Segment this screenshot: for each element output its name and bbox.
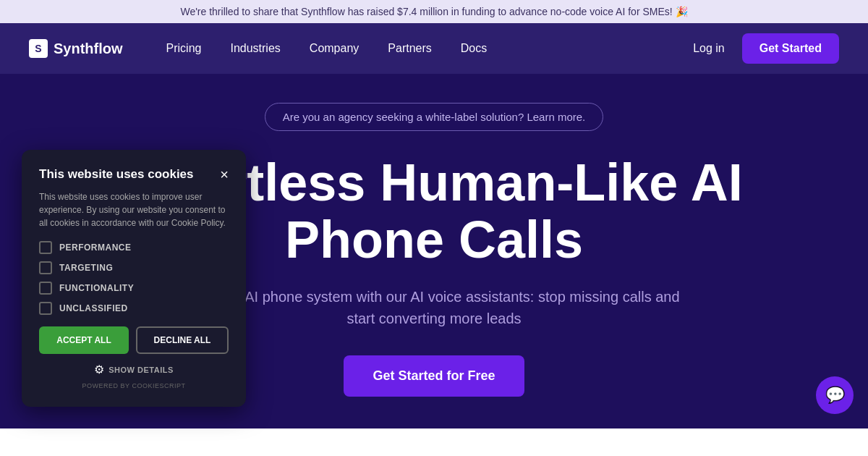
cookie-modal: This website uses cookies × This website… bbox=[22, 150, 246, 407]
logo[interactable]: S Synthflow bbox=[29, 39, 123, 58]
cookie-header: This website uses cookies × bbox=[39, 167, 229, 182]
cookie-options: PERFORMANCE TARGETING FUNCTIONALITY UNCL… bbox=[39, 241, 229, 315]
cookie-description: This website uses cookies to improve use… bbox=[39, 190, 229, 229]
hero-section: Are you an agency seeking a white-label … bbox=[0, 74, 868, 428]
cookiescript-label: POWERED BY COOKIESCRIPT bbox=[39, 382, 229, 389]
hero-cta-button[interactable]: Get Started for Free bbox=[344, 355, 524, 397]
cookie-buttons: ACCEPT ALL DECLINE ALL bbox=[39, 326, 229, 354]
unclassified-label: UNCLASSIFIED bbox=[59, 303, 128, 313]
cookie-option-targeting: TARGETING bbox=[39, 261, 229, 274]
performance-label: PERFORMANCE bbox=[59, 242, 132, 253]
nav-docs[interactable]: Docs bbox=[461, 42, 487, 55]
get-started-nav-button[interactable]: Get Started bbox=[742, 33, 839, 64]
cookie-close-button[interactable]: × bbox=[220, 167, 229, 182]
chat-icon: 💬 bbox=[825, 386, 845, 405]
chat-bubble[interactable]: 💬 bbox=[816, 376, 854, 414]
agency-pill[interactable]: Are you an agency seeking a white-label … bbox=[265, 103, 604, 131]
cookie-option-functionality: FUNCTIONALITY bbox=[39, 282, 229, 295]
nav-partners[interactable]: Partners bbox=[388, 42, 431, 55]
gear-icon: ⚙ bbox=[94, 363, 104, 376]
logo-text: Synthflow bbox=[54, 41, 123, 57]
cookie-details-toggle[interactable]: ⚙ SHOW DETAILS bbox=[39, 363, 229, 376]
targeting-checkbox[interactable] bbox=[39, 261, 52, 274]
accept-all-button[interactable]: ACCEPT ALL bbox=[39, 326, 129, 354]
announcement-bar: We're thrilled to share that Synthflow h… bbox=[0, 0, 868, 23]
targeting-label: TARGETING bbox=[59, 263, 113, 273]
functionality-label: FUNCTIONALITY bbox=[59, 283, 134, 293]
cookie-option-unclassified: UNCLASSIFIED bbox=[39, 302, 229, 315]
nav-right: Log in Get Started bbox=[693, 33, 839, 64]
logo-icon: S bbox=[29, 39, 48, 58]
nav-industries[interactable]: Industries bbox=[230, 42, 280, 55]
nav-company[interactable]: Company bbox=[310, 42, 359, 55]
performance-checkbox[interactable] bbox=[39, 241, 52, 254]
unclassified-checkbox[interactable] bbox=[39, 302, 52, 315]
navbar: S Synthflow Pricing Industries Company P… bbox=[0, 23, 868, 74]
show-details-label: SHOW DETAILS bbox=[109, 366, 174, 374]
nav-links: Pricing Industries Company Partners Docs bbox=[166, 42, 694, 55]
nav-pricing[interactable]: Pricing bbox=[166, 42, 202, 55]
announcement-text: We're thrilled to share that Synthflow h… bbox=[180, 6, 687, 17]
login-button[interactable]: Log in bbox=[693, 42, 725, 55]
hero-subtitle: Replace AI phone system with our AI voic… bbox=[188, 286, 680, 329]
cookie-option-performance: PERFORMANCE bbox=[39, 241, 229, 254]
decline-all-button[interactable]: DECLINE ALL bbox=[136, 326, 229, 354]
functionality-checkbox[interactable] bbox=[39, 282, 52, 295]
cookie-title: This website uses cookies bbox=[39, 167, 194, 182]
